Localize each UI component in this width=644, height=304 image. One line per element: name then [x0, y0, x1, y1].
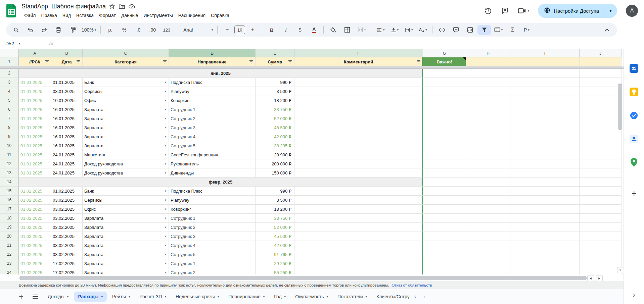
cell-F15[interactable] [294, 187, 423, 196]
cell-C8[interactable]: Зарплата▼ [83, 123, 169, 132]
cell-H12[interactable] [466, 159, 510, 168]
cell-B21[interactable]: 03.02.2025 [51, 241, 83, 250]
filter-header-cell-E1[interactable]: Сумма [256, 57, 294, 66]
month-band-2[interactable]: янв. 2025 [19, 69, 423, 78]
sheet-tab-Недельные срезы[interactable]: Недельные срезы▾ [172, 292, 223, 302]
menu-Файл[interactable]: Файл [21, 12, 38, 19]
cell-J12[interactable] [580, 159, 622, 168]
cell-E19[interactable]: 52 000 ₽ [256, 223, 294, 232]
cell-E18[interactable]: 33 750 ₽ [256, 214, 294, 223]
category-dropdown-icon[interactable]: ▼ [164, 153, 167, 156]
cell-H16[interactable] [466, 196, 510, 205]
cell-A10[interactable]: 01.01.2025 [19, 141, 51, 150]
cell-C17[interactable]: Офис▼ [83, 205, 169, 214]
cell-D4[interactable]: Planyway [169, 87, 256, 96]
cell-F6[interactable] [294, 105, 423, 114]
move-folder-icon[interactable] [119, 4, 125, 9]
cell-I10[interactable] [510, 141, 580, 150]
cell-E4[interactable]: 3 500 ₽ [256, 87, 294, 96]
cell-H10[interactable] [466, 141, 510, 150]
cell-D19[interactable]: Сотрудник 2 [169, 223, 256, 232]
cell-A21[interactable]: 01.02.2025 [19, 241, 51, 250]
category-dropdown-icon[interactable]: ▼ [164, 226, 167, 229]
cell-E23[interactable]: 29 250 ₽ [256, 259, 294, 268]
cell-I13[interactable] [510, 168, 580, 178]
hide-side-panel-icon[interactable]: › [633, 291, 635, 299]
cell-J22[interactable] [580, 250, 622, 259]
sheet-tab-Рейты[interactable]: Рейты▾ [108, 292, 134, 302]
cell-A13[interactable]: 01.01.2025 [19, 168, 51, 178]
cell-B13[interactable]: 24.01.2025 [51, 168, 83, 178]
row-header-18[interactable]: 18 [0, 214, 19, 223]
cell-E10[interactable]: 38 235 ₽ [256, 141, 294, 150]
cell-J20[interactable] [580, 232, 622, 241]
cell-B18[interactable]: 03.02.2025 [51, 214, 83, 223]
formula-input[interactable] [53, 38, 644, 49]
menu-Правка[interactable]: Правка [38, 12, 59, 19]
column-header-H[interactable]: H [466, 49, 510, 57]
category-dropdown-icon[interactable]: ▼ [164, 171, 167, 174]
cell-A23[interactable]: 01.02.2025 [19, 259, 51, 268]
cell-D22[interactable]: Сотрудник 5 [169, 250, 256, 259]
cell-H22[interactable] [466, 250, 510, 259]
cell-C18[interactable]: Зарплата▼ [83, 214, 169, 223]
format-currency-button[interactable]: р. [103, 25, 117, 35]
cell-J6[interactable] [580, 105, 622, 114]
cell-G21[interactable] [423, 241, 466, 250]
cell-E13[interactable]: 150 000 ₽ [256, 168, 294, 178]
borders-button[interactable] [340, 25, 354, 35]
cell-D15[interactable]: Подписка Плюс [169, 187, 256, 196]
cell-F20[interactable] [294, 232, 423, 241]
cell-G22[interactable] [423, 250, 466, 259]
cell-H18[interactable] [466, 214, 510, 223]
cell-D18[interactable]: Сотрудник 1 [169, 214, 256, 223]
column-header-F[interactable]: F [294, 49, 423, 57]
cell-G16[interactable] [423, 196, 466, 205]
cell-C24[interactable]: Зарплата▼ [83, 268, 169, 274]
cell-D20[interactable]: Сотрудник 3 [169, 232, 256, 241]
row-header-24[interactable]: 24 [0, 268, 19, 274]
strikethrough-button[interactable]: S [293, 25, 307, 35]
cell-I12[interactable] [510, 159, 580, 168]
insert-comment-button[interactable] [449, 25, 463, 35]
format-percent-button[interactable]: % [118, 25, 131, 35]
cell-D8[interactable]: Сотрудник 3 [169, 123, 256, 132]
cell-G10[interactable] [423, 141, 466, 150]
column-header-E[interactable]: E [256, 49, 294, 57]
search-icon[interactable] [9, 25, 23, 35]
row-header-22[interactable]: 22 [0, 250, 19, 259]
cell-J8[interactable] [580, 123, 622, 132]
category-dropdown-icon[interactable]: ▼ [164, 126, 167, 129]
category-dropdown-icon[interactable]: ▼ [164, 81, 167, 84]
text-color-button[interactable]: A [307, 25, 321, 35]
name-box[interactable]: D52 ▾ [0, 41, 42, 46]
scroll-right-button[interactable]: ▶ [596, 275, 603, 281]
cell-B9[interactable]: 16.01.2025 [51, 132, 83, 141]
insert-link-button[interactable] [435, 25, 449, 35]
cell-A17[interactable]: 01.02.2025 [19, 205, 51, 214]
cell-A11[interactable]: 01.01.2025 [19, 150, 51, 159]
cell-A15[interactable]: 01.02.2025 [19, 187, 51, 196]
cell-G18[interactable] [423, 214, 466, 223]
cell-G23[interactable] [423, 259, 466, 268]
sheet-tab-Планирование[interactable]: Планирование▾ [224, 292, 269, 302]
star-icon[interactable] [109, 3, 115, 9]
version-history-icon[interactable] [484, 7, 492, 15]
cell-E11[interactable]: 20 900 ₽ [256, 150, 294, 159]
sheet-tab-Клиенты/Сотру[interactable]: Клиенты/Сотру [372, 292, 410, 302]
menu-Вставка[interactable]: Вставка [74, 12, 96, 19]
menu-Данные[interactable]: Данные [119, 12, 141, 19]
freeze-divider[interactable] [0, 66, 624, 69]
cell-F12[interactable] [294, 159, 423, 168]
cell-J2[interactable] [580, 69, 622, 78]
cell-I23[interactable] [510, 259, 580, 268]
cell-B12[interactable]: 24.01.2025 [51, 159, 83, 168]
cell-E7[interactable]: 52 000 ₽ [256, 114, 294, 123]
cell-D12[interactable]: Руководитель [169, 159, 256, 168]
tasks-icon[interactable] [629, 110, 639, 120]
cell-E24[interactable]: 55 250 ₽ [256, 268, 294, 274]
comments-icon[interactable] [501, 7, 509, 15]
increase-font-size-button[interactable]: + [246, 25, 259, 35]
cell-B23[interactable]: 17.02.2025 [51, 259, 83, 268]
cell-C7[interactable]: Зарплата▼ [83, 114, 169, 123]
